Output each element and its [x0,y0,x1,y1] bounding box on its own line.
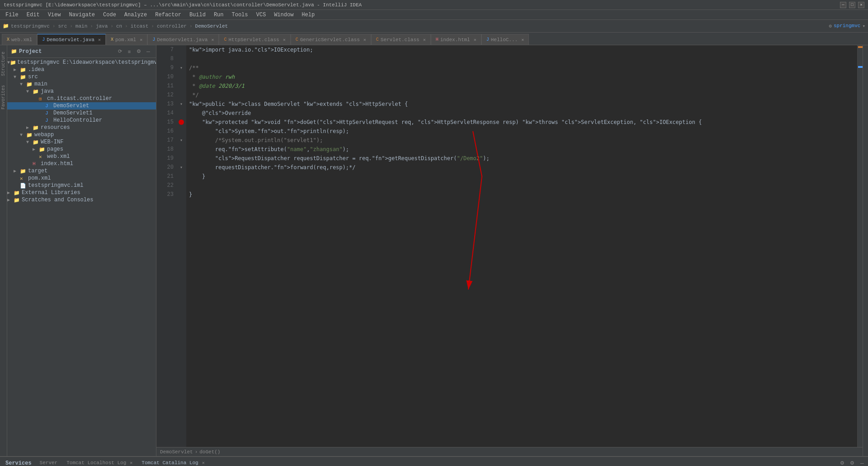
nav-breadcrumb-controller[interactable]: controller [157,24,187,29]
tree-item-demoservlet1[interactable]: JDemoServlet1 [7,109,156,117]
tab-close-btn[interactable]: ✕ [211,37,214,43]
tree-item-webapp[interactable]: ▼📁webapp [7,131,156,138]
nav-breadcrumb-project[interactable]: testspringmvc [11,24,50,29]
tree-item-pages[interactable]: ▶📁pages [7,146,156,153]
tree-item-testspringmvc[interactable]: ▼📁testspringmvc E:\ideaworkspace\testspr… [7,59,156,66]
sidebar-settings-btn[interactable]: ⚙ [135,48,143,56]
code-cell[interactable]: "kw">public "kw">class DemoServlet "kw">… [189,100,857,109]
nav-dropdown-icon[interactable]: ▾ [862,23,865,29]
sidebar-minimize-btn[interactable]: ─ [144,48,152,56]
tab-helloc---[interactable]: JHelloC...✕ [481,34,529,45]
bottom-settings-btn[interactable]: ⚙ [838,459,846,466]
code-cell[interactable]: requestDispatcher."fn">forward(req,resp)… [189,163,857,172]
nav-breadcrumb-itcast[interactable]: itcast [131,24,149,29]
fold-icon[interactable]: ▾ [180,138,183,143]
nav-breadcrumb-demoservlet[interactable]: DemoServlet [195,24,228,29]
tree-item-cn-itcast-controller[interactable]: ⊞cn.itcast.controller [7,95,156,102]
tree-item--idea[interactable]: ▶📁.idea [7,66,156,73]
tab-demoservlet1-java[interactable]: JDemoServlet1.java✕ [147,34,219,45]
nav-project-dropdown[interactable]: springmvc [834,23,860,29]
tree-item-src[interactable]: ▼📁src [7,73,156,81]
bottom-tab-catalina-log[interactable]: Tomcat Catalina Log ✕ [137,458,209,466]
tab-genericservlet-class[interactable]: CGenericServlet.class✕ [291,34,371,45]
code-cell[interactable] [189,54,857,63]
nav-breadcrumb-java[interactable]: java [96,24,108,29]
fold-icon[interactable]: ▾ [180,165,183,170]
menu-item-help[interactable]: Help [298,11,318,19]
left-tab-structure[interactable]: Structure [0,49,7,79]
tab-servlet-class[interactable]: CServlet.class✕ [371,34,431,45]
bottom-tab-server[interactable]: Server [35,458,62,466]
menu-item-vcs[interactable]: VCS [253,11,270,19]
tree-item-resources[interactable]: ▶📁resources [7,124,156,131]
menu-item-tools[interactable]: Tools [228,11,252,19]
tree-item-java[interactable]: ▼📁java [7,88,156,95]
tree-item-web-xml[interactable]: ✕web.xml [7,153,156,160]
tree-item-pom-xml[interactable]: ✕pom.xml [7,175,156,182]
code-cell[interactable]: "cls">RequestDispatcher requestDispatche… [189,154,857,163]
close-button[interactable]: ✕ [858,2,864,8]
tree-item-hellocontroller[interactable]: JHelloController [7,117,156,124]
menu-item-view[interactable]: View [44,11,65,19]
code-cell[interactable]: * @date 2020/3/1 [189,81,857,90]
code-cell[interactable]: "cls">System."fn">out."fn">println(resp)… [189,127,857,136]
menu-item-run[interactable]: Run [210,11,227,19]
tab-demoservlet-java[interactable]: JDemoServlet.java✕ [37,34,106,45]
fold-icon[interactable]: ▾ [180,65,183,71]
fold-icon[interactable]: ▾ [180,101,183,107]
tab-close-btn[interactable]: ✕ [98,37,101,43]
menu-item-file[interactable]: File [2,11,22,19]
breadcrumb-method[interactable]: doGet() [199,449,220,455]
tree-item-testspringmvc-iml[interactable]: 📄testspringmvc.iml [7,182,156,189]
menu-item-navigate[interactable]: Navigate [65,11,99,19]
bottom-settings2-btn[interactable]: ⚙ [848,459,856,466]
code-cell[interactable]: * @author rwh [189,72,857,81]
code-cell[interactable]: @"cls">Override [189,109,857,118]
breadcrumb-class[interactable]: DemoServlet [160,449,193,455]
menu-item-edit[interactable]: Edit [23,11,43,19]
code-editor[interactable]: 7891011121314151617181920212223▾▾▾▾"kw">… [156,45,863,447]
menu-item-refactor[interactable]: Refactor [151,11,185,19]
sidebar-sync-btn[interactable]: ⟳ [116,48,124,56]
code-cell[interactable]: } [189,172,857,181]
menu-item-code[interactable]: Code [99,11,120,19]
code-cell[interactable]: req."fn">setAttribute("name","zhangsan")… [189,145,857,154]
tab-close-btn[interactable]: ✕ [363,37,366,43]
tab-close-btn[interactable]: ✕ [521,37,524,43]
nav-breadcrumb-src[interactable]: src [58,24,67,29]
tab-close-btn[interactable]: ✕ [423,37,426,43]
code-cell[interactable]: /*System.out.println("servlet1"); [189,136,857,145]
tab-close-btn[interactable]: ✕ [140,37,142,43]
menu-item-window[interactable]: Window [270,11,297,19]
minimize-button[interactable]: ─ [840,2,846,8]
tab-index-html[interactable]: Hindex.html✕ [431,34,481,45]
tree-item-index-html[interactable]: Hindex.html [7,160,156,167]
localhost-log-close[interactable]: ✕ [130,460,132,466]
tree-item-demoservlet[interactable]: JDemoServlet [7,102,156,109]
tree-item-external[interactable]: ▶📁External Libraries [7,189,156,196]
right-scrollbar[interactable] [857,45,863,447]
code-cell[interactable]: /** [189,63,857,72]
tree-item-target[interactable]: ▶📁target [7,167,156,175]
code-table-wrap[interactable]: 7891011121314151617181920212223▾▾▾▾"kw">… [156,45,857,447]
tree-item-scratches[interactable]: ▶📁Scratches and Consoles [7,196,156,204]
menu-item-build[interactable]: Build [186,11,209,19]
tab-httpservlet-class[interactable]: CHttpServlet.class✕ [219,34,290,45]
code-cell[interactable]: "kw">import java.io."cls">IOException; [189,45,857,54]
code-cell[interactable]: } [189,190,857,199]
tree-item-web-inf[interactable]: ▼📁WEB-INF [7,138,156,146]
left-tab-favorites[interactable]: Favorites [0,82,7,112]
tab-web-xml[interactable]: Xweb.xml [2,34,37,45]
services-tab-label[interactable]: Services [2,460,35,466]
nav-breadcrumb-main[interactable]: main [75,24,87,29]
tab-close-btn[interactable]: ✕ [474,37,476,43]
tab-close-btn[interactable]: ✕ [283,37,286,43]
tab-pom-xml[interactable]: Xpom.xml✕ [106,34,147,45]
code-cell[interactable] [189,181,857,190]
catalina-log-close[interactable]: ✕ [202,460,205,466]
bottom-tab-localhost-log[interactable]: Tomcat Localhost Log ✕ [62,458,137,466]
bottom-minimize-btn[interactable]: ─ [858,459,866,466]
code-cell[interactable]: "kw">protected "kw">void "fn">doGet("cls… [189,118,857,127]
restore-button[interactable]: □ [849,2,855,8]
menu-item-analyze[interactable]: Analyze [121,11,151,19]
